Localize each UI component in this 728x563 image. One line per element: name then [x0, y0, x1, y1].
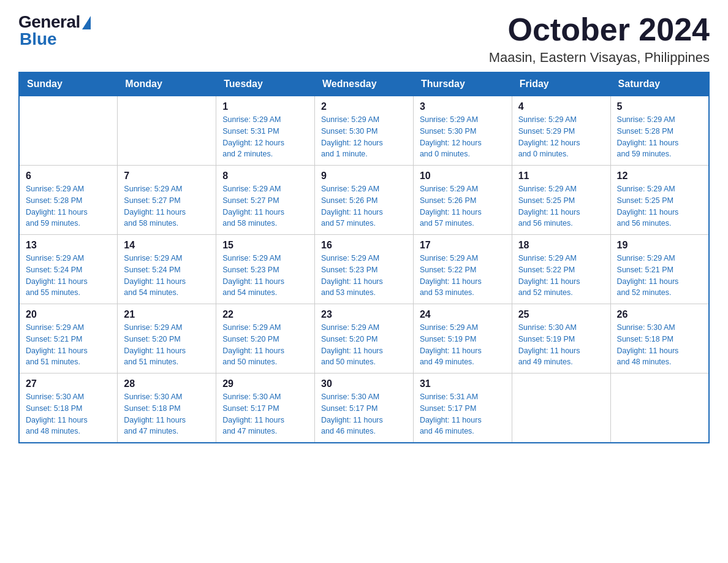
day-info: Sunrise: 5:29 AM Sunset: 5:20 PM Dayligh…: [124, 322, 210, 368]
day-number: 17: [420, 240, 506, 251]
day-number: 26: [617, 309, 702, 320]
day-number: 22: [222, 309, 308, 320]
calendar-cell: 13Sunrise: 5:29 AM Sunset: 5:24 PM Dayli…: [19, 235, 118, 304]
day-number: 15: [222, 240, 308, 251]
day-number: 9: [321, 170, 407, 182]
calendar-cell: [19, 96, 118, 166]
day-info: Sunrise: 5:30 AM Sunset: 5:18 PM Dayligh…: [26, 391, 111, 437]
calendar-cell: 24Sunrise: 5:29 AM Sunset: 5:19 PM Dayli…: [413, 304, 512, 373]
calendar-header-sunday: Sunday: [19, 72, 118, 96]
calendar-header-friday: Friday: [512, 72, 610, 96]
calendar-header-tuesday: Tuesday: [216, 72, 315, 96]
day-info: Sunrise: 5:29 AM Sunset: 5:25 PM Dayligh…: [518, 183, 604, 229]
day-number: 16: [321, 240, 407, 251]
day-info: Sunrise: 5:30 AM Sunset: 5:19 PM Dayligh…: [518, 322, 604, 368]
day-number: 7: [124, 170, 210, 182]
day-info: Sunrise: 5:29 AM Sunset: 5:23 PM Dayligh…: [321, 253, 407, 299]
calendar-header-wednesday: Wednesday: [315, 72, 414, 96]
calendar-cell: 7Sunrise: 5:29 AM Sunset: 5:27 PM Daylig…: [118, 166, 216, 235]
calendar-cell: 28Sunrise: 5:30 AM Sunset: 5:18 PM Dayli…: [118, 373, 216, 443]
logo-blue-text: Blue: [20, 29, 57, 49]
day-number: 31: [420, 378, 506, 389]
day-info: Sunrise: 5:29 AM Sunset: 5:20 PM Dayligh…: [222, 322, 308, 368]
calendar-cell: 11Sunrise: 5:29 AM Sunset: 5:25 PM Dayli…: [512, 166, 610, 235]
calendar-cell: 23Sunrise: 5:29 AM Sunset: 5:20 PM Dayli…: [315, 304, 414, 373]
day-number: 10: [420, 170, 506, 182]
day-info: Sunrise: 5:29 AM Sunset: 5:30 PM Dayligh…: [420, 114, 506, 160]
calendar-cell: 30Sunrise: 5:30 AM Sunset: 5:17 PM Dayli…: [315, 373, 414, 443]
calendar-cell: [512, 373, 610, 443]
title-section: October 2024 Maasin, Eastern Visayas, Ph…: [489, 12, 710, 66]
calendar-cell: 19Sunrise: 5:29 AM Sunset: 5:21 PM Dayli…: [610, 235, 709, 304]
calendar-table: SundayMondayTuesdayWednesdayThursdayFrid…: [18, 72, 710, 443]
page-header: General Blue October 2024 Maasin, Easter…: [18, 12, 710, 66]
day-number: 2: [321, 101, 407, 112]
day-info: Sunrise: 5:29 AM Sunset: 5:22 PM Dayligh…: [420, 253, 506, 299]
calendar-cell: 25Sunrise: 5:30 AM Sunset: 5:19 PM Dayli…: [512, 304, 610, 373]
calendar-cell: 17Sunrise: 5:29 AM Sunset: 5:22 PM Dayli…: [413, 235, 512, 304]
day-info: Sunrise: 5:29 AM Sunset: 5:21 PM Dayligh…: [26, 322, 111, 368]
calendar-cell: 2Sunrise: 5:29 AM Sunset: 5:30 PM Daylig…: [315, 96, 414, 166]
day-number: 23: [321, 309, 407, 320]
day-info: Sunrise: 5:29 AM Sunset: 5:19 PM Dayligh…: [420, 322, 506, 368]
day-number: 13: [26, 240, 111, 251]
day-info: Sunrise: 5:29 AM Sunset: 5:27 PM Dayligh…: [222, 183, 308, 229]
calendar-week-row: 20Sunrise: 5:29 AM Sunset: 5:21 PM Dayli…: [19, 304, 709, 373]
calendar-cell: 12Sunrise: 5:29 AM Sunset: 5:25 PM Dayli…: [610, 166, 709, 235]
calendar-cell: 6Sunrise: 5:29 AM Sunset: 5:28 PM Daylig…: [19, 166, 118, 235]
day-number: 20: [26, 309, 111, 320]
day-number: 24: [420, 309, 506, 320]
calendar-cell: 5Sunrise: 5:29 AM Sunset: 5:28 PM Daylig…: [610, 96, 709, 166]
day-info: Sunrise: 5:29 AM Sunset: 5:26 PM Dayligh…: [321, 183, 407, 229]
calendar-cell: 29Sunrise: 5:30 AM Sunset: 5:17 PM Dayli…: [216, 373, 315, 443]
day-number: 14: [124, 240, 210, 251]
calendar-cell: 8Sunrise: 5:29 AM Sunset: 5:27 PM Daylig…: [216, 166, 315, 235]
calendar-week-row: 6Sunrise: 5:29 AM Sunset: 5:28 PM Daylig…: [19, 166, 709, 235]
day-info: Sunrise: 5:29 AM Sunset: 5:25 PM Dayligh…: [617, 183, 702, 229]
calendar-week-row: 27Sunrise: 5:30 AM Sunset: 5:18 PM Dayli…: [19, 373, 709, 443]
day-info: Sunrise: 5:29 AM Sunset: 5:21 PM Dayligh…: [617, 253, 702, 299]
day-number: 3: [420, 101, 506, 112]
day-number: 6: [26, 170, 111, 182]
day-number: 18: [518, 240, 604, 251]
day-number: 12: [617, 170, 702, 182]
logo: General Blue: [18, 12, 91, 49]
day-number: 29: [222, 378, 308, 389]
calendar-cell: 1Sunrise: 5:29 AM Sunset: 5:31 PM Daylig…: [216, 96, 315, 166]
day-number: 28: [124, 378, 210, 389]
day-info: Sunrise: 5:29 AM Sunset: 5:28 PM Dayligh…: [617, 114, 702, 160]
calendar-week-row: 1Sunrise: 5:29 AM Sunset: 5:31 PM Daylig…: [19, 96, 709, 166]
calendar-cell: 4Sunrise: 5:29 AM Sunset: 5:29 PM Daylig…: [512, 96, 610, 166]
day-number: 25: [518, 309, 604, 320]
calendar-cell: 26Sunrise: 5:30 AM Sunset: 5:18 PM Dayli…: [610, 304, 709, 373]
day-info: Sunrise: 5:29 AM Sunset: 5:20 PM Dayligh…: [321, 322, 407, 368]
calendar-cell: 14Sunrise: 5:29 AM Sunset: 5:24 PM Dayli…: [118, 235, 216, 304]
day-info: Sunrise: 5:29 AM Sunset: 5:24 PM Dayligh…: [124, 253, 210, 299]
calendar-week-row: 13Sunrise: 5:29 AM Sunset: 5:24 PM Dayli…: [19, 235, 709, 304]
day-number: 11: [518, 170, 604, 182]
logo-triangle-icon: [82, 16, 91, 29]
calendar-cell: [118, 96, 216, 166]
day-info: Sunrise: 5:30 AM Sunset: 5:18 PM Dayligh…: [617, 322, 702, 368]
calendar-cell: 15Sunrise: 5:29 AM Sunset: 5:23 PM Dayli…: [216, 235, 315, 304]
day-info: Sunrise: 5:30 AM Sunset: 5:17 PM Dayligh…: [222, 391, 308, 437]
calendar-header-thursday: Thursday: [413, 72, 512, 96]
day-number: 8: [222, 170, 308, 182]
calendar-cell: 16Sunrise: 5:29 AM Sunset: 5:23 PM Dayli…: [315, 235, 414, 304]
day-info: Sunrise: 5:31 AM Sunset: 5:17 PM Dayligh…: [420, 391, 506, 437]
calendar-cell: 3Sunrise: 5:29 AM Sunset: 5:30 PM Daylig…: [413, 96, 512, 166]
calendar-header-row: SundayMondayTuesdayWednesdayThursdayFrid…: [19, 72, 709, 96]
calendar-cell: 18Sunrise: 5:29 AM Sunset: 5:22 PM Dayli…: [512, 235, 610, 304]
day-info: Sunrise: 5:29 AM Sunset: 5:29 PM Dayligh…: [518, 114, 604, 160]
day-info: Sunrise: 5:29 AM Sunset: 5:23 PM Dayligh…: [222, 253, 308, 299]
day-number: 1: [222, 101, 308, 112]
calendar-cell: 10Sunrise: 5:29 AM Sunset: 5:26 PM Dayli…: [413, 166, 512, 235]
day-info: Sunrise: 5:29 AM Sunset: 5:28 PM Dayligh…: [26, 183, 111, 229]
day-number: 30: [321, 378, 407, 389]
day-number: 27: [26, 378, 111, 389]
day-number: 5: [617, 101, 702, 112]
day-info: Sunrise: 5:29 AM Sunset: 5:26 PM Dayligh…: [420, 183, 506, 229]
month-title: October 2024: [489, 12, 710, 47]
calendar-cell: 21Sunrise: 5:29 AM Sunset: 5:20 PM Dayli…: [118, 304, 216, 373]
day-info: Sunrise: 5:29 AM Sunset: 5:24 PM Dayligh…: [26, 253, 111, 299]
